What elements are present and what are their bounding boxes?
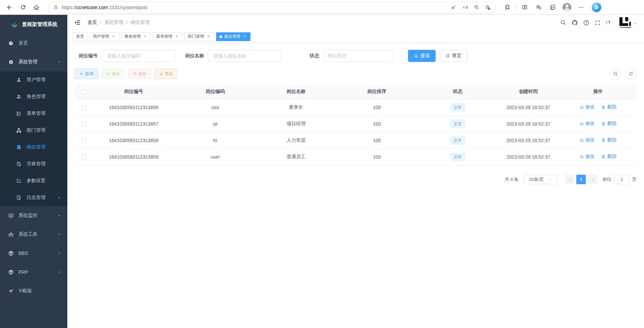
favorites-button[interactable] bbox=[532, 2, 546, 13]
sidebar-item-label: 日志管理 bbox=[27, 195, 45, 201]
tab-home[interactable]: 首页 bbox=[73, 32, 88, 41]
row-checkbox[interactable] bbox=[82, 122, 87, 127]
fullscreen-button[interactable] bbox=[592, 17, 603, 28]
sidebar-item-users[interactable]: 用户管理 bbox=[0, 71, 67, 88]
delete-button-disabled[interactable]: 删除 bbox=[128, 69, 151, 79]
breadcrumb-separator: / bbox=[100, 20, 101, 25]
search-button[interactable]: 搜索 bbox=[408, 50, 436, 62]
chevron-down-icon bbox=[57, 270, 61, 274]
sidebar-item-parameters[interactable]: 参数设置 bbox=[0, 172, 67, 189]
address-bar[interactable]: https://ccnetcore.com:1101/system/post A bbox=[48, 2, 496, 13]
table-row[interactable]: 1641030593112313859 user 普通员工 100 正常 202… bbox=[75, 149, 637, 165]
tab-users[interactable]: 用户管理× bbox=[90, 32, 119, 41]
read-aloud-icon[interactable]: A bbox=[459, 3, 471, 12]
table-row[interactable]: 1641030593112313858 hr 人力资源 100 正常 2023-… bbox=[75, 132, 637, 149]
tab-posts-active[interactable]: 岗位管理× bbox=[216, 32, 250, 41]
settings-more-button[interactable] bbox=[574, 2, 588, 13]
close-icon[interactable]: × bbox=[206, 34, 211, 39]
browser-home-button[interactable] bbox=[30, 2, 43, 13]
log-document-icon bbox=[16, 195, 22, 201]
sidebar-item-bbs[interactable]: BBS bbox=[0, 244, 67, 263]
collections-button[interactable] bbox=[546, 2, 560, 13]
tab-departments[interactable]: 部门管理× bbox=[184, 32, 214, 41]
export-button[interactable]: 导出 bbox=[155, 69, 178, 79]
row-delete-link[interactable]: 删除 bbox=[601, 154, 616, 160]
zoom-out-icon[interactable] bbox=[471, 3, 482, 12]
sidebar-item-posts[interactable]: 岗位管理 bbox=[0, 139, 67, 156]
page-number-1[interactable]: 1 bbox=[576, 175, 586, 184]
edit-button-disabled[interactable]: 修改 bbox=[101, 69, 125, 79]
chevron-down-icon bbox=[57, 251, 61, 255]
sidebar-item-erp[interactable]: ERP bbox=[0, 263, 67, 282]
add-button[interactable]: 新增 bbox=[75, 69, 98, 79]
extensions-button[interactable] bbox=[500, 2, 514, 13]
table-row[interactable]: 1641030593112313856 ceo 董事长 100 正常 2023-… bbox=[75, 99, 637, 116]
split-screen-button[interactable] bbox=[517, 2, 532, 13]
post-code-label: 岗位编号 bbox=[75, 53, 98, 59]
select-all-checkbox[interactable] bbox=[82, 90, 87, 94]
reset-button[interactable]: 重置 bbox=[440, 50, 467, 62]
row-checkbox[interactable] bbox=[82, 138, 87, 143]
sidebar-item-monitor[interactable]: 系统监控 bbox=[0, 206, 67, 225]
header-search-button[interactable] bbox=[557, 17, 569, 28]
posts-table: 岗位编号 岗位编码 岗位名称 岗位排序 状态 创建时间 操作 164103059… bbox=[75, 84, 637, 165]
password-key-icon[interactable] bbox=[448, 3, 459, 12]
user-logo-avatar bbox=[619, 17, 631, 28]
row-checkbox[interactable] bbox=[82, 155, 87, 160]
profile-button[interactable] bbox=[560, 2, 574, 13]
sidebar-item-home[interactable]: 首页 bbox=[0, 34, 67, 53]
row-edit-link[interactable]: 修改 bbox=[580, 154, 595, 160]
font-size-button[interactable]: TT bbox=[603, 17, 615, 28]
table-row[interactable]: 1641030593112313857 se 项目经理 100 正常 2023-… bbox=[75, 116, 637, 132]
browser-back-button[interactable] bbox=[3, 2, 16, 13]
row-edit-link[interactable]: 修改 bbox=[580, 137, 595, 143]
sidebar-toggle-button[interactable] bbox=[72, 17, 83, 28]
row-edit-link[interactable]: 修改 bbox=[580, 104, 595, 110]
refresh-table-button[interactable] bbox=[625, 68, 637, 79]
fold-menu-icon bbox=[74, 19, 81, 26]
post-name-input[interactable] bbox=[208, 50, 281, 62]
sidebar-item-menus[interactable]: 菜单管理 bbox=[0, 105, 67, 122]
url-text: https://ccnetcore.com:1101/system/post bbox=[62, 5, 147, 10]
close-icon[interactable]: × bbox=[111, 34, 116, 39]
sidebar-item-label: 角色管理 bbox=[27, 94, 45, 100]
app-logo[interactable]: 意框架管理系统 bbox=[0, 15, 67, 34]
user-menu[interactable] bbox=[619, 17, 637, 28]
close-icon[interactable]: × bbox=[242, 34, 247, 39]
add-favorite-star-icon[interactable] bbox=[482, 3, 494, 12]
caret-down-icon bbox=[634, 22, 637, 26]
row-delete-link[interactable]: 删除 bbox=[601, 137, 616, 143]
next-page-button[interactable] bbox=[588, 175, 597, 184]
breadcrumb-system[interactable]: 系统管理 bbox=[104, 20, 123, 26]
sidebar-item-system[interactable]: 系统管理 bbox=[0, 53, 67, 71]
bing-chat-button[interactable]: b bbox=[591, 2, 602, 12]
sidebar-item-departments[interactable]: 部门管理 bbox=[0, 122, 67, 139]
row-checkbox[interactable] bbox=[82, 105, 87, 110]
row-delete-link[interactable]: 删除 bbox=[601, 104, 616, 110]
status-select[interactable]: 岗位状态 bbox=[323, 50, 394, 62]
breadcrumb-home[interactable]: 首页 bbox=[88, 20, 97, 26]
paper-plane-icon bbox=[8, 288, 14, 294]
sidebar-item-roles[interactable]: 角色管理 bbox=[0, 88, 67, 105]
row-delete-link[interactable]: 删除 bbox=[601, 121, 616, 127]
page-size-select[interactable]: 10条/页 bbox=[524, 175, 557, 184]
tab-menus[interactable]: 菜单管理× bbox=[153, 32, 182, 41]
sidebar-item-logs[interactable]: 日志管理 bbox=[0, 189, 67, 206]
svg-text:T: T bbox=[608, 20, 611, 25]
users-icon bbox=[16, 94, 22, 100]
close-icon[interactable]: × bbox=[143, 34, 147, 39]
prev-page-button[interactable] bbox=[565, 175, 574, 184]
row-edit-link[interactable]: 修改 bbox=[580, 121, 595, 127]
sidebar-item-dictionaries[interactable]: 字典管理 bbox=[0, 156, 67, 172]
browser-refresh-button[interactable] bbox=[16, 2, 30, 13]
tab-roles[interactable]: 角色管理× bbox=[121, 32, 151, 41]
show-search-toggle-button[interactable] bbox=[610, 68, 621, 79]
sidebar-item-yi-framework[interactable]: Yi框架 bbox=[0, 282, 67, 300]
help-button[interactable] bbox=[580, 17, 592, 28]
post-code-input[interactable] bbox=[102, 50, 176, 62]
close-icon[interactable]: × bbox=[174, 34, 179, 39]
github-button[interactable] bbox=[569, 17, 580, 28]
goto-page-input[interactable] bbox=[614, 175, 630, 184]
menu-tree-icon bbox=[16, 111, 22, 117]
sidebar-item-tools[interactable]: 系统工具 bbox=[0, 225, 67, 244]
